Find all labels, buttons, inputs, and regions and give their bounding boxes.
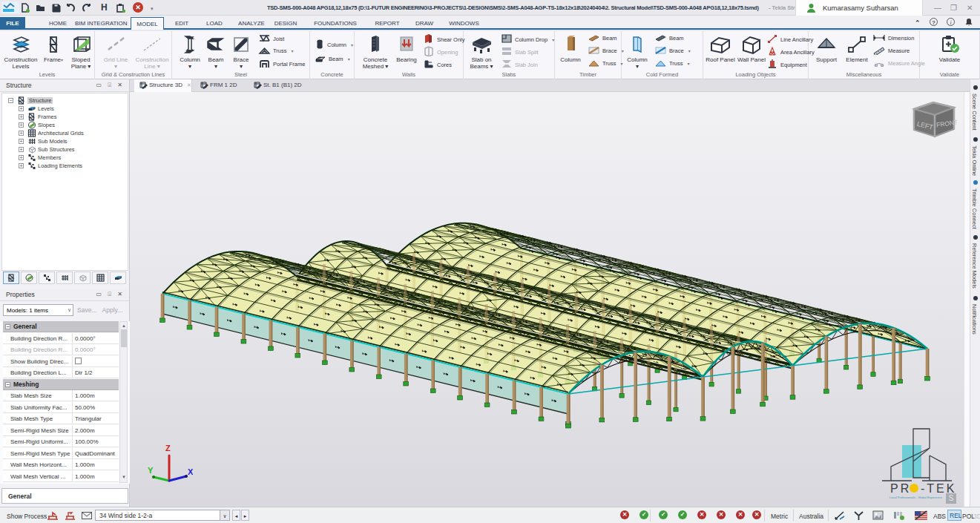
svg-text:PR: PR — [890, 482, 911, 495]
svg-text:Y: Y — [148, 466, 154, 475]
svg-text:Z: Z — [165, 444, 171, 453]
svg-text:X: X — [188, 467, 193, 476]
svg-text:Local Professionals - Global E: Local Professionals - Global Experience — [889, 496, 943, 499]
